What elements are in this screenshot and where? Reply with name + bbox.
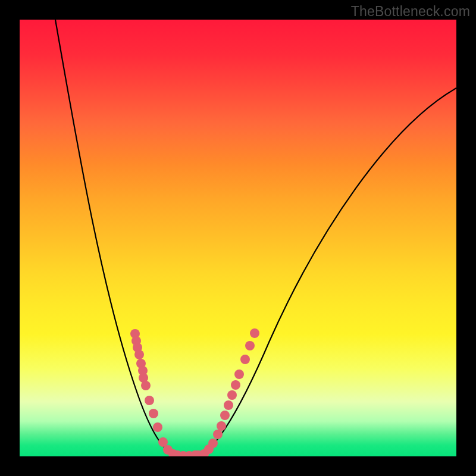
data-dots-left [130,329,178,456]
data-point [190,450,200,456]
chart-frame: TheBottleneck.com [0,0,476,476]
data-point [217,421,226,431]
data-point [208,439,218,448]
plot-area [20,20,456,456]
data-point [168,449,178,456]
data-point [231,380,240,390]
data-point [134,350,144,359]
data-point [220,411,230,420]
bottleneck-curve [55,20,456,455]
data-point [184,451,194,456]
data-point [204,444,214,454]
data-point [213,430,223,439]
bottleneck-curve-svg [20,20,456,456]
data-point [153,422,162,432]
data-point [240,355,250,364]
data-point [149,409,158,418]
data-point [138,366,148,375]
data-point [173,450,182,456]
data-point [139,373,148,383]
data-point [136,359,146,368]
data-point [163,445,173,455]
data-point [158,437,168,447]
data-point [145,396,154,405]
data-point [131,336,141,346]
data-point [133,343,142,352]
data-point [141,381,151,390]
data-point [130,329,140,339]
data-point [234,369,244,379]
watermark-text: TheBottleneck.com [351,4,470,20]
data-dots-bottom [173,450,200,456]
data-point [178,451,188,456]
data-point [245,341,255,350]
data-point [199,449,209,456]
data-point [193,450,203,456]
data-point [227,390,237,400]
data-point [224,400,233,410]
data-dots-right [193,328,259,456]
data-point [250,328,259,338]
